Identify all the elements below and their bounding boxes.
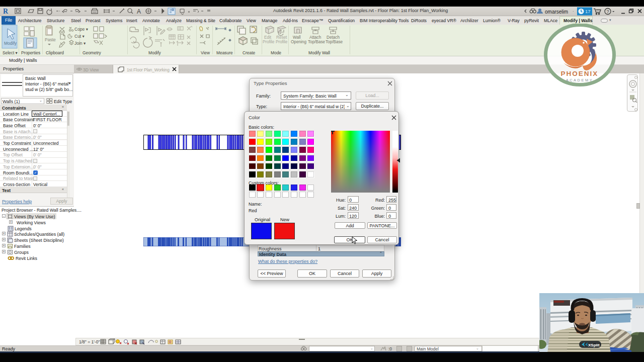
svg-text:Paste: Paste: [45, 37, 56, 42]
svg-text:·: ·: [573, 9, 574, 14]
svg-text:Cut ▾: Cut ▾: [74, 34, 85, 39]
svg-text:Reset: Reset: [276, 35, 287, 40]
svg-text:Profile: Profile: [276, 40, 288, 44]
svg-text:17: 17: [585, 9, 591, 14]
svg-text:Top/Base: Top/Base: [326, 40, 343, 44]
svg-text:omarselim: omarselim: [545, 9, 568, 15]
svg-text:Join ▾: Join ▾: [74, 41, 86, 46]
svg-text:?: ?: [607, 9, 609, 14]
svg-text:R: R: [3, 8, 9, 15]
svg-text:A: A: [137, 8, 141, 15]
svg-text:Detach: Detach: [327, 35, 340, 40]
svg-text:PHOENIX: PHOENIX: [561, 70, 599, 77]
svg-text:Profile: Profile: [263, 40, 275, 44]
svg-text:Cope ▾: Cope ▾: [74, 27, 89, 32]
svg-text:Top/Base: Top/Base: [308, 40, 326, 44]
svg-text:Attach: Attach: [309, 35, 321, 40]
svg-text:Edit: Edit: [264, 35, 272, 40]
svg-text:Wall: Wall: [293, 35, 301, 40]
svg-text:XSplit: XSplit: [588, 343, 600, 347]
svg-text:Opening: Opening: [291, 40, 306, 44]
svg-text:ACADEMY: ACADEMY: [566, 78, 594, 82]
svg-text:Modify: Modify: [4, 41, 17, 46]
